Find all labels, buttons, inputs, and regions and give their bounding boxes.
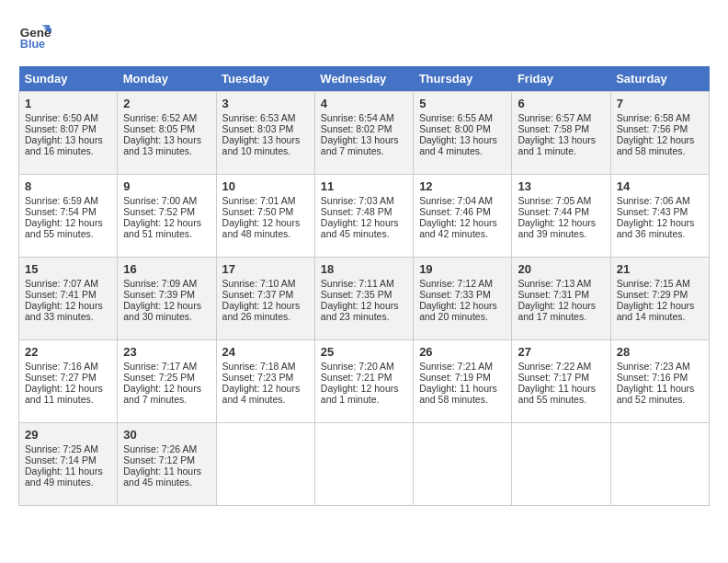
day-info: and 45 minutes.	[123, 477, 210, 488]
calendar-cell: 8Sunrise: 6:59 AMSunset: 7:54 PMDaylight…	[19, 175, 118, 258]
day-number: 23	[123, 345, 210, 359]
day-info: Sunset: 7:54 PM	[25, 206, 111, 217]
day-info: Sunrise: 6:55 AM	[419, 112, 506, 123]
day-info: and 16 minutes.	[25, 145, 111, 156]
day-number: 10	[222, 179, 309, 193]
day-info: Sunset: 7:44 PM	[518, 206, 604, 217]
day-info: Sunrise: 7:17 AM	[123, 361, 210, 372]
calendar-cell: 12Sunrise: 7:04 AMSunset: 7:46 PMDayligh…	[414, 175, 512, 258]
day-info: Sunset: 8:00 PM	[419, 123, 506, 134]
day-info: Daylight: 13 hours	[25, 134, 111, 145]
day-number: 16	[123, 262, 210, 276]
day-info: Sunset: 7:27 PM	[25, 372, 111, 383]
day-info: Sunset: 7:52 PM	[123, 206, 210, 217]
calendar-cell: 15Sunrise: 7:07 AMSunset: 7:41 PMDayligh…	[19, 258, 118, 340]
day-info: and 52 minutes.	[617, 394, 703, 405]
calendar-week-1: 1Sunrise: 6:50 AMSunset: 8:07 PMDaylight…	[19, 92, 710, 175]
calendar-cell: 18Sunrise: 7:11 AMSunset: 7:35 PMDayligh…	[314, 258, 413, 340]
day-number: 14	[617, 179, 703, 193]
day-info: Sunrise: 7:15 AM	[617, 278, 703, 289]
day-number: 17	[222, 262, 309, 276]
day-number: 9	[123, 179, 210, 193]
day-info: Sunset: 7:39 PM	[123, 289, 210, 300]
calendar-table: SundayMondayTuesdayWednesdayThursdayFrid…	[18, 66, 710, 506]
calendar-cell: 22Sunrise: 7:16 AMSunset: 7:27 PMDayligh…	[19, 340, 118, 423]
calendar-cell	[512, 423, 610, 506]
day-info: Sunrise: 7:25 AM	[25, 443, 111, 454]
day-number: 25	[321, 345, 407, 359]
calendar-cell: 9Sunrise: 7:00 AMSunset: 7:52 PMDaylight…	[118, 175, 216, 258]
day-info: Daylight: 12 hours	[321, 300, 407, 311]
day-number: 5	[419, 97, 506, 110]
day-info: and 55 minutes.	[518, 394, 604, 405]
day-info: Sunset: 8:07 PM	[25, 123, 111, 134]
day-info: Sunset: 7:58 PM	[518, 123, 604, 134]
day-info: and 1 minute.	[518, 145, 604, 156]
day-info: and 39 minutes.	[518, 228, 604, 239]
day-info: Sunrise: 7:10 AM	[222, 278, 309, 289]
day-number: 2	[123, 97, 210, 110]
day-info: Daylight: 13 hours	[419, 134, 506, 145]
day-info: Sunset: 8:03 PM	[222, 123, 309, 134]
calendar-cell: 13Sunrise: 7:05 AMSunset: 7:44 PMDayligh…	[512, 175, 610, 258]
day-info: Daylight: 12 hours	[321, 383, 407, 394]
day-number: 30	[123, 428, 210, 442]
day-info: Daylight: 12 hours	[25, 217, 111, 228]
day-info: Sunset: 7:17 PM	[518, 372, 604, 383]
day-info: Daylight: 11 hours	[518, 383, 604, 394]
day-info: and 42 minutes.	[419, 228, 506, 239]
day-info: Daylight: 12 hours	[123, 217, 210, 228]
day-info: Sunrise: 7:05 AM	[518, 195, 604, 206]
day-info: Sunset: 7:29 PM	[617, 289, 703, 300]
page-header: General Blue	[18, 18, 710, 52]
day-info: Sunset: 7:23 PM	[222, 372, 309, 383]
day-number: 27	[518, 345, 604, 359]
day-number: 6	[518, 97, 604, 110]
day-info: Sunset: 7:37 PM	[222, 289, 309, 300]
calendar-body: 1Sunrise: 6:50 AMSunset: 8:07 PMDaylight…	[19, 92, 710, 506]
day-info: Sunrise: 6:52 AM	[123, 112, 210, 123]
day-info: and 58 minutes.	[419, 394, 506, 405]
day-info: Daylight: 12 hours	[222, 217, 309, 228]
day-number: 29	[25, 428, 111, 442]
logo: General Blue	[18, 18, 57, 52]
day-info: Sunrise: 7:20 AM	[321, 361, 407, 372]
day-info: Daylight: 13 hours	[518, 134, 604, 145]
day-info: Sunset: 7:43 PM	[617, 206, 703, 217]
calendar-cell: 21Sunrise: 7:15 AMSunset: 7:29 PMDayligh…	[610, 258, 709, 340]
calendar-cell	[314, 423, 413, 506]
day-info: Daylight: 11 hours	[617, 383, 703, 394]
day-number: 24	[222, 345, 309, 359]
calendar-cell: 17Sunrise: 7:10 AMSunset: 7:37 PMDayligh…	[216, 258, 314, 340]
calendar-cell: 6Sunrise: 6:57 AMSunset: 7:58 PMDaylight…	[512, 92, 610, 175]
day-info: Sunrise: 7:09 AM	[123, 278, 210, 289]
day-number: 20	[518, 262, 604, 276]
day-info: Sunset: 7:21 PM	[321, 372, 407, 383]
day-info: and 14 minutes.	[617, 311, 703, 322]
day-info: and 20 minutes.	[419, 311, 506, 322]
day-info: Sunrise: 6:57 AM	[518, 112, 604, 123]
column-header-friday: Friday	[512, 66, 610, 92]
day-info: and 30 minutes.	[123, 311, 210, 322]
day-number: 3	[222, 97, 309, 110]
svg-text:Blue: Blue	[20, 38, 45, 51]
column-header-saturday: Saturday	[610, 66, 709, 92]
day-info: Daylight: 12 hours	[419, 300, 506, 311]
day-info: Sunset: 7:25 PM	[123, 372, 210, 383]
day-number: 13	[518, 179, 604, 193]
calendar-cell: 2Sunrise: 6:52 AMSunset: 8:05 PMDaylight…	[118, 92, 216, 175]
day-info: and 1 minute.	[321, 394, 407, 405]
day-number: 4	[321, 97, 407, 110]
day-info: Sunset: 7:56 PM	[617, 123, 703, 134]
day-number: 7	[617, 97, 703, 110]
day-info: and 33 minutes.	[25, 311, 111, 322]
day-info: Sunset: 7:35 PM	[321, 289, 407, 300]
day-info: Sunrise: 7:23 AM	[617, 361, 703, 372]
calendar-cell: 25Sunrise: 7:20 AMSunset: 7:21 PMDayligh…	[314, 340, 413, 423]
day-info: Daylight: 12 hours	[321, 217, 407, 228]
calendar-header: SundayMondayTuesdayWednesdayThursdayFrid…	[19, 66, 710, 92]
day-info: and 4 minutes.	[222, 394, 309, 405]
calendar-week-4: 22Sunrise: 7:16 AMSunset: 7:27 PMDayligh…	[19, 340, 710, 423]
day-info: Daylight: 11 hours	[419, 383, 506, 394]
day-info: Daylight: 13 hours	[123, 134, 210, 145]
